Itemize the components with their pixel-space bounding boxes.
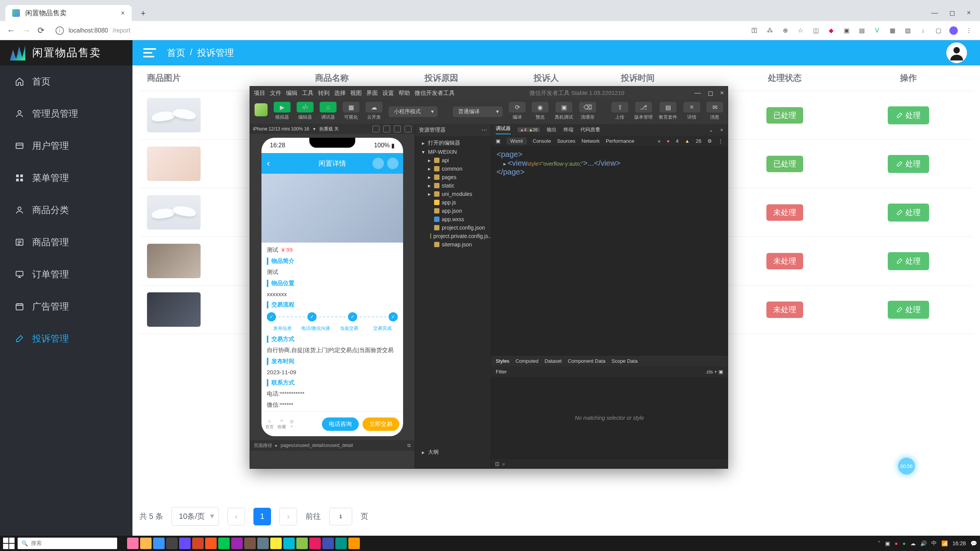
dt-menu-item[interactable]: 视图 bbox=[350, 90, 362, 96]
app-icon[interactable] bbox=[231, 538, 243, 549]
tray-ime[interactable]: 中 bbox=[931, 540, 937, 547]
tree-node[interactable]: ▸pages bbox=[415, 173, 491, 181]
tree-node[interactable]: ▸api bbox=[415, 156, 491, 165]
app-icon[interactable] bbox=[140, 538, 152, 549]
kebab-icon[interactable]: ⋮ bbox=[965, 26, 973, 35]
page-size-select[interactable]: 10条/页 bbox=[172, 507, 219, 526]
componentdata-tab[interactable]: Component Data bbox=[568, 358, 605, 364]
app-icon[interactable] bbox=[166, 538, 178, 549]
tree-node[interactable]: ▸common bbox=[415, 165, 491, 173]
crumb-home[interactable]: 首页 bbox=[167, 47, 185, 59]
tray-icon[interactable]: ☁ bbox=[910, 540, 916, 546]
app-icon[interactable] bbox=[348, 538, 360, 549]
styles-tab[interactable]: Styles bbox=[496, 358, 509, 364]
wxml-dom-tree[interactable]: <page> ▸ <view style="overflow-y:auto;">… bbox=[491, 146, 728, 355]
tree-node[interactable]: project.private.config.js... bbox=[415, 232, 491, 240]
tree-node[interactable]: sitemap.json bbox=[415, 240, 491, 249]
dt-close-icon[interactable]: × bbox=[720, 89, 724, 97]
app-icon[interactable] bbox=[192, 538, 204, 549]
handle-button[interactable]: 处理 bbox=[888, 204, 929, 222]
dt-menu-item[interactable]: 帮助 bbox=[399, 90, 410, 96]
device-select[interactable]: iPhone 12/13 mini 100% 16 bbox=[253, 126, 309, 132]
tab-quality[interactable]: 代码质量 bbox=[580, 126, 600, 133]
deal-button[interactable]: 立即交易 bbox=[363, 417, 399, 431]
reload-icon[interactable]: ⟳ bbox=[38, 26, 44, 36]
app-icon[interactable] bbox=[283, 538, 295, 549]
page-1-button[interactable]: 1 bbox=[253, 508, 271, 525]
handle-button[interactable]: 处理 bbox=[888, 301, 929, 319]
sidebar-item-report[interactable]: 投诉管理 bbox=[0, 323, 132, 355]
tree-node[interactable]: ▸uni_modules bbox=[415, 190, 491, 198]
clear-cache-button[interactable]: ⌫ bbox=[579, 102, 596, 112]
dt-menu-item[interactable]: 工具 bbox=[302, 90, 314, 96]
devtools-menus[interactable]: 项目文件编辑工具转到选择视图界面设置帮助微信开发者工具 bbox=[254, 90, 459, 97]
install-icon[interactable]: ▢ bbox=[934, 26, 942, 35]
close-window-icon[interactable]: × bbox=[967, 9, 971, 17]
app-icon[interactable] bbox=[244, 538, 256, 549]
dt-menu-item[interactable]: 设置 bbox=[382, 90, 394, 96]
profile-avatar-icon[interactable] bbox=[949, 26, 958, 35]
close-tab-icon[interactable]: × bbox=[121, 9, 125, 17]
sub-sources[interactable]: Sources bbox=[557, 138, 575, 144]
app-icon[interactable] bbox=[127, 538, 139, 549]
sidebar-item-order[interactable]: 订单管理 bbox=[0, 258, 132, 290]
sidebar-item-user[interactable]: 用户管理 bbox=[0, 130, 132, 162]
app-icon[interactable] bbox=[335, 538, 347, 549]
sidebar-item-ads[interactable]: 广告管理 bbox=[0, 290, 132, 323]
app-icon[interactable] bbox=[309, 538, 321, 549]
close-panel-icon[interactable]: × bbox=[720, 127, 723, 133]
scopedata-tab[interactable]: Scope Data bbox=[611, 358, 637, 364]
screen-record-badge[interactable]: 00:56 bbox=[898, 458, 915, 474]
sidebar-item-category[interactable]: 商品分类 bbox=[0, 194, 132, 226]
computed-tab[interactable]: Computed bbox=[515, 358, 538, 364]
tree-node[interactable]: project.config.json bbox=[415, 223, 491, 232]
ext7-icon[interactable]: ▧ bbox=[903, 26, 912, 35]
dt-menu-item[interactable]: 微信开发者工具 bbox=[415, 90, 455, 96]
dt-menu-item[interactable]: 选择 bbox=[334, 90, 346, 96]
sub-console[interactable]: Console bbox=[533, 138, 551, 144]
app-icon[interactable] bbox=[270, 538, 282, 549]
real-debug-button[interactable]: ▣ bbox=[555, 102, 572, 112]
compile-button[interactable]: ⟳ bbox=[509, 102, 526, 112]
tree-node[interactable]: app.wxss bbox=[415, 215, 491, 223]
sub-picker-icon[interactable]: ▣ bbox=[496, 138, 500, 144]
tree-node[interactable]: app.json bbox=[415, 207, 491, 215]
cloud-toggle[interactable]: ☁ bbox=[366, 102, 382, 112]
tree-outline[interactable]: ▸大纲 bbox=[415, 448, 443, 457]
tray-notifications-icon[interactable]: 💬 bbox=[970, 540, 977, 546]
start-button[interactable] bbox=[3, 538, 15, 549]
download-icon[interactable]: ↓ bbox=[919, 26, 927, 35]
compile-select[interactable]: 普通编译 bbox=[453, 106, 503, 117]
collapse-sidebar-button[interactable] bbox=[143, 48, 156, 57]
sidebar-item-goods[interactable]: 商品管理 bbox=[0, 226, 132, 258]
tray-icon[interactable]: 🔊 bbox=[920, 540, 927, 546]
tree-node[interactable]: ▸static bbox=[415, 181, 491, 190]
ext5-icon[interactable]: V bbox=[873, 26, 881, 35]
tree-root[interactable]: ▾MP-WEIXIN bbox=[415, 148, 491, 156]
tray-icon[interactable]: ● bbox=[895, 540, 898, 546]
handle-button[interactable]: 处理 bbox=[888, 252, 929, 270]
new-tab-button[interactable]: + bbox=[137, 7, 149, 20]
dt-menu-item[interactable]: 编辑 bbox=[286, 90, 297, 96]
mode-select[interactable]: 小程序模式 bbox=[389, 106, 438, 117]
ext2-icon[interactable]: ◆ bbox=[827, 26, 835, 35]
collapse-icon[interactable]: ⌄ bbox=[709, 127, 713, 133]
zoom-icon[interactable]: ⊕ bbox=[781, 26, 789, 35]
ext4-icon[interactable]: ▤ bbox=[858, 26, 866, 35]
tab-debugger[interactable]: 调试器 bbox=[496, 125, 511, 134]
next-page-button[interactable]: › bbox=[279, 508, 297, 525]
dt-max-icon[interactable]: ◻ bbox=[708, 89, 713, 97]
sidebar-item-menu[interactable]: 菜单管理 bbox=[0, 162, 132, 194]
detail-button[interactable]: ≡ bbox=[683, 102, 700, 112]
upload-button[interactable]: ⇪ bbox=[611, 102, 628, 112]
site-info-icon[interactable]: i bbox=[56, 26, 64, 35]
corner-icon[interactable]: ⌕ bbox=[502, 461, 505, 466]
pop-icon[interactable] bbox=[405, 126, 412, 132]
copy-path-icon[interactable]: ⧉ bbox=[407, 443, 411, 448]
ext6-icon[interactable]: ▦ bbox=[888, 26, 897, 35]
visual-toggle[interactable]: ▦ bbox=[343, 102, 359, 112]
corner-icon[interactable]: ◫ bbox=[495, 461, 499, 466]
tray-chevron-icon[interactable]: ˄ bbox=[878, 540, 880, 546]
mute-icon[interactable] bbox=[383, 126, 390, 132]
sidebar-item-home[interactable]: 首页 bbox=[0, 65, 132, 98]
